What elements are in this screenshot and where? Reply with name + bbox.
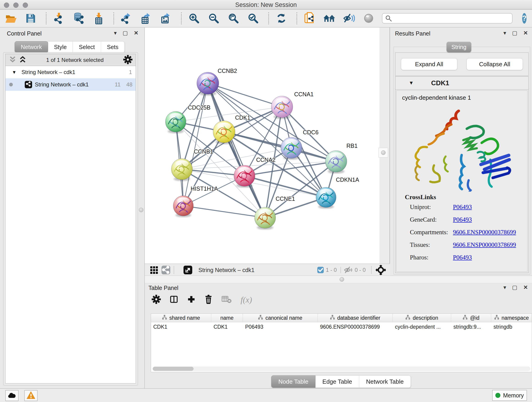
zoom-fit-icon[interactable]: [227, 12, 240, 25]
crosslink-label: Pharos:: [410, 254, 453, 261]
network-node-CDC25B[interactable]: [165, 111, 186, 133]
network-node-CDK1[interactable]: [213, 121, 235, 144]
gear-icon[interactable]: [123, 55, 133, 65]
table-cell[interactable]: stringdb: [491, 322, 532, 332]
crosslink-link[interactable]: 9606.ENSP00000378699: [453, 241, 516, 249]
tab-edge-table[interactable]: Edge Table: [316, 375, 359, 388]
expand-all-button[interactable]: Expand All: [401, 58, 457, 70]
collapse-all-icon[interactable]: [9, 56, 17, 64]
crosslink-row: GeneCard:P06493: [410, 213, 527, 226]
network-node-CDKN1A[interactable]: [316, 187, 336, 209]
open-view-icon[interactable]: [183, 265, 192, 274]
show-hide-icon[interactable]: [342, 12, 355, 25]
column-header-database-identifier[interactable]: database identifier: [318, 314, 393, 322]
warnings-button[interactable]: [24, 390, 38, 401]
collapse-triangle-icon[interactable]: ▼: [12, 70, 17, 75]
close-panel-icon[interactable]: ✕: [523, 30, 528, 36]
inactive-orb-icon[interactable]: [362, 12, 375, 25]
cloud-button[interactable]: [5, 390, 19, 401]
crosslink-link[interactable]: P06493: [453, 204, 472, 211]
column-header--id[interactable]: @id: [451, 314, 491, 322]
right-splitter-grip[interactable]: [379, 148, 388, 157]
network-node-CCNA1[interactable]: [271, 96, 293, 119]
add-column-icon[interactable]: [187, 295, 196, 305]
network-collection-row[interactable]: ▼ String Network – cdk1 1: [6, 66, 136, 78]
zoom-selected-icon[interactable]: [247, 12, 260, 25]
tab-network[interactable]: Network: [15, 41, 48, 53]
table-cell[interactable]: stringdb:9...: [451, 322, 491, 332]
table-settings-icon[interactable]: [152, 295, 161, 305]
export-network-icon[interactable]: [120, 12, 133, 25]
import-network-icon[interactable]: [52, 12, 65, 25]
network-canvas[interactable]: CCNB2CCNA1CDC25BCDK1CDC6RB1CCNB1CCNA2CDK…: [145, 27, 380, 264]
tab-select[interactable]: Select: [73, 41, 101, 53]
network-node-CCNE1[interactable]: [254, 207, 276, 230]
network-badge-icon[interactable]: [161, 265, 171, 274]
delete-column-icon[interactable]: [204, 295, 213, 305]
export-image-icon[interactable]: [159, 12, 172, 25]
maximize-panel-icon[interactable]: ▢: [512, 30, 517, 36]
collapse-entry-icon[interactable]: ▼: [409, 80, 414, 86]
float-panel-icon[interactable]: ▾: [114, 30, 117, 36]
open-folder-icon[interactable]: [5, 12, 17, 25]
collapse-all-button[interactable]: Collapse All: [467, 58, 523, 70]
hidden-count: 0 - 0: [355, 267, 366, 273]
column-header-namespace[interactable]: namespace: [491, 314, 532, 322]
column-header-name[interactable]: name: [211, 314, 243, 322]
refresh-icon[interactable]: [275, 12, 288, 25]
memory-button[interactable]: Memory: [492, 390, 527, 401]
tab-sets[interactable]: Sets: [101, 41, 125, 53]
search-input[interactable]: [382, 13, 513, 24]
expand-all-icon[interactable]: [19, 56, 27, 64]
tab-string[interactable]: String: [447, 42, 471, 52]
network-row-selected[interactable]: String Network – cdk1 11 48: [6, 78, 136, 91]
column-header-shared-name[interactable]: shared name: [151, 314, 211, 322]
import-table-icon[interactable]: [92, 12, 105, 25]
table-row[interactable]: CDK1CDK1P064939606.ENSP00000378699cyclin…: [151, 322, 532, 332]
import-database-icon[interactable]: [72, 12, 85, 25]
crosslink-link[interactable]: 9606.ENSP00000378699: [453, 229, 516, 236]
crosslink-link[interactable]: P06493: [453, 216, 472, 223]
float-panel-icon[interactable]: ▾: [503, 30, 506, 36]
grid-view-icon[interactable]: [150, 266, 158, 274]
warning-icon: [26, 391, 36, 400]
toolbar-separator: [114, 12, 114, 24]
table-cell[interactable]: 9606.ENSP00000378699: [318, 322, 393, 332]
close-panel-icon[interactable]: ✕: [523, 284, 528, 291]
table-cell[interactable]: cyclin-dependent ...: [393, 322, 451, 332]
first-neighbors-icon[interactable]: [303, 12, 316, 25]
network-node-HIST1H1A[interactable]: [173, 196, 193, 217]
table-cell[interactable]: CDK1: [151, 322, 211, 332]
maximize-panel-icon[interactable]: ▢: [512, 284, 517, 291]
export-table-icon[interactable]: [140, 12, 152, 25]
crosslink-link[interactable]: P06493: [453, 254, 472, 261]
column-header-description[interactable]: description: [393, 314, 451, 322]
home-views-icon[interactable]: [323, 12, 336, 25]
maximize-panel-icon[interactable]: ▢: [123, 30, 128, 36]
float-panel-icon[interactable]: ▾: [503, 284, 506, 291]
tab-style[interactable]: Style: [48, 41, 73, 53]
selected-checkbox-icon[interactable]: [317, 267, 324, 274]
node-entry-header[interactable]: ▼ CDK1: [395, 77, 528, 89]
tab-network-table[interactable]: Network Table: [359, 375, 411, 388]
zoom-out-icon[interactable]: [207, 12, 220, 25]
network-node-RB1[interactable]: [325, 151, 347, 173]
network-node-CCNA2[interactable]: [234, 165, 255, 188]
fit-selected-icon[interactable]: [376, 265, 386, 275]
network-node-CCNB1[interactable]: [171, 159, 192, 181]
zoom-in-icon[interactable]: [188, 12, 201, 25]
scrollbar-thumb[interactable]: [153, 367, 194, 371]
table-cell[interactable]: CDK1: [211, 322, 243, 332]
save-icon[interactable]: [24, 12, 37, 25]
tab-node-table[interactable]: Node Table: [271, 375, 316, 388]
close-panel-icon[interactable]: ✕: [134, 30, 138, 36]
hidden-eye-icon[interactable]: [344, 266, 353, 274]
column-header-canonical-name[interactable]: canonical name: [243, 314, 318, 322]
left-splitter-grip[interactable]: [139, 208, 143, 212]
table-cell[interactable]: P06493: [243, 322, 318, 332]
help-button[interactable]: ?: [522, 13, 526, 24]
horizontal-splitter[interactable]: [145, 275, 532, 284]
show-columns-icon[interactable]: [170, 295, 178, 305]
network-view-toolbar: String Network – cdk1 1 - 0 0 - 0: [145, 264, 390, 276]
network-column-icon: [330, 315, 335, 321]
